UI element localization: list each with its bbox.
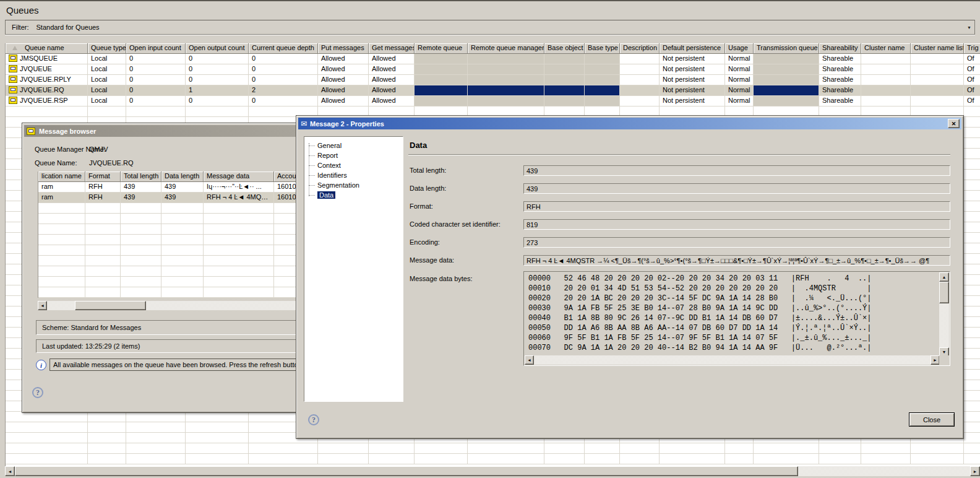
column-header[interactable]: Base type [585, 43, 620, 54]
scrollbar-thumb[interactable] [939, 282, 949, 303]
queue-cell: JVQUEUE [6, 64, 88, 75]
column-header[interactable]: Open input count [126, 43, 186, 54]
queue-row[interactable]: JVQUEUE.RQLocal012AllowedAllowedNot pers… [6, 85, 980, 96]
empty-cell [754, 454, 819, 464]
queue-cell [585, 75, 620, 85]
queue-cell: Allowed [318, 54, 369, 64]
scroll-left-icon[interactable]: ◄ [5, 466, 15, 476]
empty-cell [964, 159, 980, 170]
empty-cell [964, 233, 980, 243]
column-header[interactable]: Current queue depth [249, 43, 318, 54]
column-header[interactable]: Format [85, 172, 121, 182]
queue-row[interactable]: JVQUEUELocal000AllowedAllowedNot persist… [6, 64, 980, 75]
nav-item-report[interactable]: Report [304, 150, 403, 160]
queue-cell [585, 96, 620, 106]
queue-cell [754, 75, 819, 85]
column-header[interactable]: Cluster name [861, 43, 911, 54]
nav-item-data[interactable]: Data [304, 190, 403, 200]
column-header[interactable]: Remote queue manager [468, 43, 544, 54]
empty-cell [126, 454, 186, 464]
properties-titlebar[interactable]: ✉ Message 2 - Properties [298, 118, 961, 129]
queue-cell: Shareable [819, 96, 861, 106]
queue-cell: 0 [186, 96, 249, 106]
scroll-right-icon[interactable]: ► [931, 355, 940, 365]
hex-line: 00060 9F 5F B1 1A FB 5F 25 14--07 9F 5F … [528, 333, 939, 343]
field-data-length[interactable]: 439 [523, 183, 950, 194]
nav-item-general[interactable]: General [304, 141, 403, 150]
queue-cell: JVQUEUE.RQ [6, 85, 88, 96]
column-header[interactable]: Open output count [186, 43, 249, 54]
column-header[interactable]: Trig [964, 43, 980, 54]
queue-cell: Allowed [318, 96, 369, 106]
empty-cell [585, 454, 620, 464]
field-label: Format: [410, 202, 433, 210]
queue-cell: Of [964, 75, 980, 85]
queue-cell [415, 54, 468, 64]
column-header[interactable]: Get messages [369, 43, 415, 54]
close-button[interactable]: Close [909, 412, 955, 427]
properties-nav-tree[interactable]: GeneralReportContextIdentifiersSegmentat… [304, 136, 403, 402]
empty-cell [85, 266, 121, 277]
scroll-left-icon[interactable]: ◄ [525, 355, 534, 365]
scrollbar-thumb[interactable] [75, 301, 146, 310]
queue-cell: Allowed [318, 75, 369, 85]
help-icon[interactable]: ? [32, 387, 43, 398]
field-label: Data length: [410, 185, 446, 192]
field-coded-character-set-identifier[interactable]: 819 [523, 219, 950, 230]
filter-value: Standard for Queues [37, 24, 100, 31]
column-header[interactable]: Data length [161, 172, 204, 182]
column-header[interactable]: Description [620, 43, 660, 54]
queue-row[interactable]: JMSQUEUELocal000AllowedAllowedNot persis… [6, 54, 980, 64]
field-total-length[interactable]: 439 [523, 165, 950, 176]
queue-icon [9, 97, 17, 104]
queue-row[interactable]: JVQUEUE.RSPLocal000AllowedAllowedNot per… [6, 96, 980, 106]
nav-item-identifiers[interactable]: Identifiers [304, 170, 403, 180]
empty-cell [85, 224, 121, 235]
nav-item-context[interactable]: Context [304, 160, 403, 170]
column-header[interactable]: Total length [121, 172, 161, 182]
queue-row[interactable]: JVQUEUE.RPLYLocal000AllowedAllowedNot pe… [6, 75, 980, 85]
column-header[interactable]: Shareability [819, 43, 861, 54]
close-window-icon[interactable]: ✕ [948, 119, 960, 128]
column-header[interactable]: Message data [204, 172, 274, 182]
scrollbar-thumb[interactable] [15, 466, 798, 476]
column-header[interactable]: Remote queue [415, 43, 468, 54]
filter-dropdown-arrow-icon[interactable]: ▼ [967, 21, 971, 35]
queue-cell: 0 [249, 54, 318, 64]
hex-line: 00050 DD 1A A6 8B AA 8B A6 AA--14 07 DB … [528, 323, 939, 333]
scroll-left-icon[interactable]: ◄ [38, 301, 47, 310]
field-encoding[interactable]: 273 [523, 237, 950, 248]
field-format[interactable]: RFH [523, 201, 950, 212]
hex-horizontal-scrollbar[interactable]: ◄ ► [525, 355, 940, 365]
column-header[interactable]: lication name [38, 172, 85, 182]
hex-vertical-scrollbar[interactable]: ▲ ▼ [939, 272, 949, 357]
message-data-bytes-box[interactable]: 00000 52 46 48 20 20 20 20 02--20 20 20 … [523, 271, 950, 366]
column-header[interactable]: Base object [544, 43, 585, 54]
scroll-right-icon[interactable]: ► [970, 466, 980, 476]
empty-cell [964, 422, 980, 433]
empty-cell [88, 412, 126, 422]
help-icon[interactable]: ? [308, 414, 319, 425]
empty-cell [249, 443, 318, 454]
column-header[interactable]: Put messages [318, 43, 369, 54]
column-header[interactable]: Usage [725, 43, 754, 54]
column-header[interactable]: Queue type [88, 43, 126, 54]
column-header[interactable]: Cluster name list [911, 43, 964, 54]
column-header[interactable]: Transmission queue [754, 43, 819, 54]
column-header[interactable]: Default persistence [660, 43, 725, 54]
queue-cell: 0 [249, 75, 318, 85]
empty-cell [161, 224, 204, 235]
empty-cell [204, 287, 274, 298]
field-message-data[interactable]: RFH ¬ 4 Ŀ◄ 4MQSTR →¼ <¶_Üš→¶(°š→û_%>°¶•(… [523, 255, 950, 266]
scroll-up-icon[interactable]: ▲ [939, 272, 949, 282]
queues-horizontal-scrollbar[interactable]: ◄ ► [5, 466, 980, 476]
empty-cell [121, 266, 161, 277]
nav-item-segmentation[interactable]: Segmentation [304, 180, 403, 190]
empty-cell [861, 454, 911, 464]
queue-cell [911, 96, 964, 106]
queue-cell: Local [88, 75, 126, 85]
queue-cell: 0 [126, 75, 186, 85]
filter-bar[interactable]: Filter:Standard for Queues ▼ [5, 20, 975, 35]
column-header[interactable]: Queue name [6, 43, 88, 54]
queue-cell [754, 54, 819, 64]
